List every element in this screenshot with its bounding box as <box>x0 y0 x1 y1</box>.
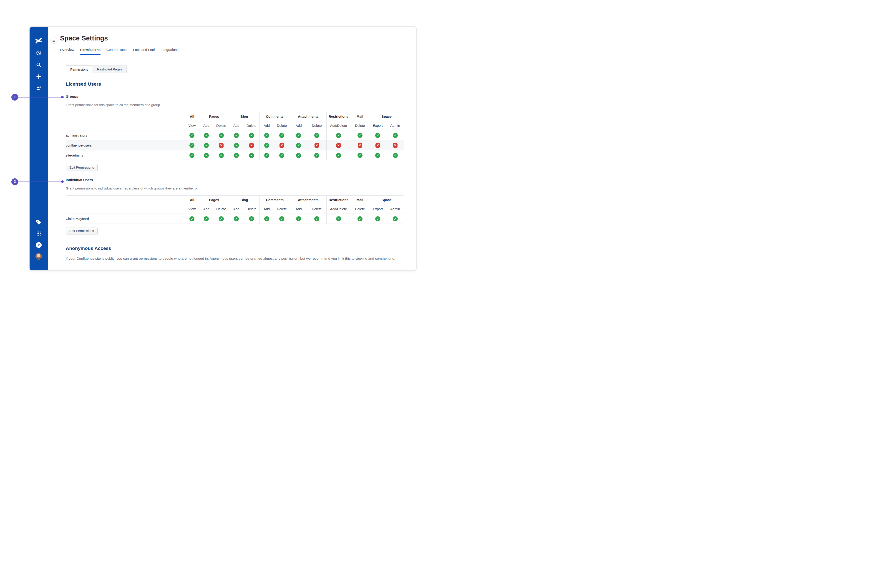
col-group-restrictions: Restrictions <box>326 112 350 121</box>
permission-cell: ✓ <box>199 214 214 224</box>
col-restrictions-adddelete: Add/Delete <box>326 204 350 214</box>
permission-cell: × <box>387 140 404 150</box>
col-view: View <box>185 204 199 214</box>
permission-cell: ✓ <box>185 214 199 224</box>
permission-allowed-icon: ✓ <box>358 133 363 138</box>
permission-cell: ✓ <box>199 140 214 150</box>
permission-cell: ✓ <box>244 130 259 140</box>
tab-integrations[interactable]: Integrations <box>161 48 178 55</box>
col-space-export: Export <box>369 204 387 214</box>
col-group-mail: Mail <box>350 196 369 204</box>
permission-cell: ✓ <box>387 130 404 140</box>
permission-allowed-icon: ✓ <box>264 216 269 221</box>
global-sidebar: ? <box>30 27 48 270</box>
permission-allowed-icon: ✓ <box>358 216 363 221</box>
permission-allowed-icon: ✓ <box>358 153 363 158</box>
permission-allowed-icon: ✓ <box>249 133 254 138</box>
user-avatar[interactable] <box>36 254 42 259</box>
col-pages-delete: Delete <box>214 121 229 130</box>
label-tag-icon[interactable] <box>36 219 42 225</box>
create-plus-icon[interactable] <box>36 74 42 80</box>
callout-1-badge: 1 <box>11 94 18 100</box>
col-group-mail: Mail <box>350 112 369 121</box>
main-content: Space Settings Overview Permissions Cont… <box>60 27 416 270</box>
tab-content-tools[interactable]: Content Tools <box>107 48 127 55</box>
row-name: Claire Maynard <box>66 214 185 224</box>
permission-cell: ✓ <box>185 140 199 150</box>
permission-cell: ✓ <box>229 130 244 140</box>
permission-allowed-icon: ✓ <box>249 216 254 221</box>
col-group-all: All <box>185 196 199 204</box>
permission-cell: ✓ <box>307 150 326 160</box>
permission-allowed-icon: ✓ <box>234 153 239 158</box>
col-space-export: Export <box>369 121 387 130</box>
permission-allowed-icon: ✓ <box>219 216 224 221</box>
col-space-admin: Admin <box>387 204 404 214</box>
table-row: Claire Maynard✓✓✓✓✓✓✓✓✓✓✓✓✓ <box>66 214 404 224</box>
col-pages-add: Add <box>199 121 214 130</box>
permission-cell: ✓ <box>274 214 290 224</box>
tab-look-and-feel[interactable]: Look and Feel <box>133 48 155 55</box>
confluence-logo-icon[interactable] <box>35 37 42 44</box>
history-icon[interactable] <box>36 50 42 56</box>
col-space-admin: Admin <box>387 121 404 130</box>
permission-allowed-icon: ✓ <box>190 133 194 138</box>
permission-denied-icon: × <box>358 143 362 148</box>
permission-cell: ✓ <box>326 214 350 224</box>
permission-cell: ✓ <box>369 150 387 160</box>
permission-denied-icon: × <box>249 143 254 148</box>
permission-allowed-icon: ✓ <box>314 216 319 221</box>
tab-overview[interactable]: Overview <box>60 48 74 55</box>
col-group-comments: Comments <box>259 196 290 204</box>
header-sub-row: View Add Delete Add Delete Add Delete Ad… <box>66 121 404 130</box>
permission-cell: × <box>369 140 387 150</box>
permission-cell: ✓ <box>244 214 259 224</box>
header-group-row: All Pages Blog Comments Attachments Rest… <box>66 196 404 204</box>
permission-cell: × <box>244 140 259 150</box>
permission-denied-icon: × <box>219 143 224 148</box>
permission-allowed-icon: ✓ <box>336 216 341 221</box>
tab-permissions[interactable]: Permissions <box>80 48 101 55</box>
permission-allowed-icon: ✓ <box>296 216 301 221</box>
subtab-restricted-pages[interactable]: Restricted Pages <box>93 65 127 73</box>
sidebar-collapse-button[interactable] <box>51 37 57 44</box>
col-blog-delete: Delete <box>244 204 259 214</box>
permission-cell: ✓ <box>350 214 369 224</box>
licensed-users-heading: Licensed Users <box>66 81 409 87</box>
col-attachments-delete: Delete <box>307 121 326 130</box>
permission-cell: ✓ <box>307 130 326 140</box>
col-view: View <box>185 121 199 130</box>
permission-allowed-icon: ✓ <box>204 153 209 158</box>
hamburger-icon <box>53 39 55 39</box>
col-comments-add: Add <box>259 121 274 130</box>
permission-allowed-icon: ✓ <box>264 153 269 158</box>
permission-allowed-icon: ✓ <box>314 133 319 138</box>
col-comments-add: Add <box>259 204 274 214</box>
search-icon[interactable] <box>36 62 42 68</box>
permission-denied-icon: × <box>280 143 284 148</box>
groups-block: Groups Grant permissions for this space … <box>66 94 409 171</box>
permission-allowed-icon: ✓ <box>393 133 398 138</box>
permission-cell: ✓ <box>259 150 274 160</box>
col-blog-add: Add <box>229 121 244 130</box>
edit-users-permissions-button[interactable]: Edit Permissions <box>66 227 98 234</box>
help-icon[interactable]: ? <box>36 242 42 248</box>
permission-allowed-icon: ✓ <box>234 133 239 138</box>
table-row: site-admins✓✓✓✓✓✓✓✓✓✓✓✓✓ <box>66 150 404 160</box>
permission-allowed-icon: ✓ <box>234 216 239 221</box>
permission-cell: ✓ <box>199 150 214 160</box>
col-restrictions-adddelete: Add/Delete <box>326 121 350 130</box>
permission-cell: ✓ <box>369 214 387 224</box>
callout-1-line <box>18 97 62 98</box>
permission-cell: ✓ <box>274 150 290 160</box>
permission-cell: ✓ <box>229 150 244 160</box>
col-attachments-add: Add <box>290 121 307 130</box>
edit-groups-permissions-button[interactable]: Edit Permissions <box>66 164 98 171</box>
col-group-all: All <box>185 112 199 121</box>
invite-people-icon[interactable] <box>36 86 42 92</box>
subtab-permissions[interactable]: Permissions <box>66 65 93 74</box>
col-blog-delete: Delete <box>244 121 259 130</box>
app-switcher-icon[interactable] <box>36 231 42 237</box>
permission-denied-icon: × <box>376 143 380 148</box>
permission-allowed-icon: ✓ <box>296 143 301 148</box>
